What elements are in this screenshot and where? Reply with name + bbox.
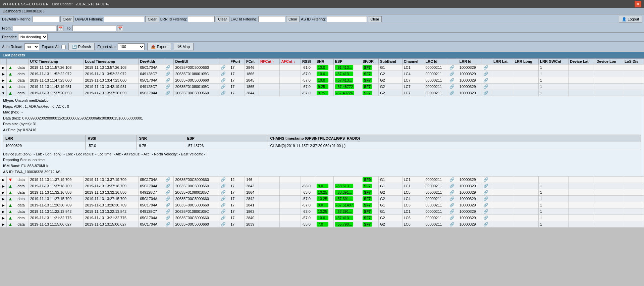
col-devaddr[interactable]: DevAddr bbox=[139, 59, 164, 64]
lrc-id-icon-cell[interactable]: 🔗 bbox=[448, 64, 458, 71]
devaddr-icon-cell[interactable]: 🔗 bbox=[164, 64, 174, 71]
lrc-id-link-icon[interactable]: 🔗 bbox=[449, 78, 454, 83]
expand-cell[interactable]: ▶ bbox=[0, 177, 7, 183]
lrc-id-link-icon[interactable]: 🔗 bbox=[449, 190, 454, 195]
auto-reload-select[interactable]: no 5s 10s 30s 60s bbox=[24, 43, 39, 50]
devEUI-icon-cell[interactable]: 🔗 bbox=[219, 183, 229, 189]
as-id-clear-button[interactable]: Clear bbox=[368, 16, 381, 22]
devaddr-icon-cell[interactable]: 🔗 bbox=[164, 215, 174, 221]
expand-cell[interactable]: ▶ bbox=[0, 64, 7, 71]
lrc-id-icon-cell[interactable]: 🔗 bbox=[448, 189, 458, 196]
devEUI-icon-cell[interactable]: 🔗 bbox=[219, 84, 229, 90]
col-afcnt[interactable]: AFCnt ↓ bbox=[280, 59, 301, 64]
lrr-id-icon-cell[interactable]: 🔗 bbox=[482, 90, 492, 96]
col-device-lon[interactable]: Device Lon bbox=[595, 59, 623, 64]
close-button[interactable]: ✕ bbox=[635, 1, 641, 7]
lrc-id-link-icon[interactable]: 🔗 bbox=[449, 184, 454, 188]
devaddr-icon-cell[interactable]: 🔗 bbox=[164, 71, 174, 77]
expand-icon[interactable]: ▶ bbox=[2, 223, 5, 226]
lrc-id-link-icon[interactable]: 🔗 bbox=[449, 209, 454, 214]
lrc-id-input[interactable] bbox=[258, 16, 285, 22]
lrr-id-clear-button[interactable]: Clear bbox=[216, 16, 229, 22]
lrr-id-link-icon[interactable]: 🔗 bbox=[483, 190, 488, 195]
lrr-id-icon-cell[interactable]: 🔗 bbox=[482, 84, 492, 90]
col-rssi[interactable]: RSSI bbox=[301, 59, 315, 64]
devaddr-icon-cell[interactable]: 🔗 bbox=[164, 183, 174, 189]
lrc-id-icon-cell[interactable]: 🔗 bbox=[448, 71, 458, 77]
decoder-select[interactable]: No decoding Cayenne Custom bbox=[18, 34, 48, 40]
expand-cell[interactable]: ▶ bbox=[0, 71, 7, 77]
lrc-id-link-icon[interactable]: 🔗 bbox=[449, 91, 454, 95]
devaddr-input[interactable] bbox=[33, 16, 59, 22]
devEUI-link-icon[interactable]: 🔗 bbox=[221, 196, 226, 201]
devEUI-clear-button[interactable]: Clear bbox=[145, 16, 159, 22]
expand-icon[interactable]: ▶ bbox=[2, 216, 5, 220]
devEUI-icon-cell[interactable]: 🔗 bbox=[219, 177, 229, 183]
devEUI-link-icon[interactable]: 🔗 bbox=[221, 84, 226, 89]
devaddr-link-icon[interactable]: 🔗 bbox=[165, 209, 170, 214]
lrr-id-input[interactable] bbox=[188, 16, 215, 22]
expand-icon[interactable]: ▶ bbox=[2, 178, 5, 182]
expand-cell[interactable]: ▶ bbox=[0, 221, 7, 228]
lrc-id-link-icon[interactable]: 🔗 bbox=[449, 84, 454, 89]
devaddr-link-icon[interactable]: 🔗 bbox=[165, 216, 170, 220]
lrc-id-icon-cell[interactable]: 🔗 bbox=[448, 177, 458, 183]
lrc-id-icon-cell[interactable]: 🔗 bbox=[448, 84, 458, 90]
expand-icon[interactable]: ▶ bbox=[2, 72, 5, 76]
lrc-id-icon-cell[interactable]: 🔗 bbox=[448, 221, 458, 228]
devEUI-link-icon[interactable]: 🔗 bbox=[221, 65, 226, 70]
expand-cell[interactable]: ▶ bbox=[0, 202, 7, 208]
col-lrr-long[interactable]: LRR Long bbox=[513, 59, 539, 64]
lrc-id-link-icon[interactable]: 🔗 bbox=[449, 177, 454, 182]
devEUI-icon-cell[interactable]: 🔗 bbox=[219, 208, 229, 215]
devEUI-icon-cell[interactable]: 🔗 bbox=[219, 215, 229, 221]
from-input[interactable] bbox=[13, 25, 56, 31]
devaddr-link-icon[interactable]: 🔗 bbox=[165, 190, 170, 195]
lrr-id-icon-cell[interactable]: 🔗 bbox=[482, 215, 492, 221]
devaddr-icon-cell[interactable]: 🔗 bbox=[164, 221, 174, 228]
lrr-id-link-icon[interactable]: 🔗 bbox=[483, 72, 488, 76]
col-nfcnt[interactable]: NFCnt ↑ bbox=[259, 59, 279, 64]
lrr-id-link-icon[interactable]: 🔗 bbox=[483, 184, 488, 188]
lrr-id-link-icon[interactable]: 🔗 bbox=[483, 216, 488, 220]
devaddr-icon-cell[interactable]: 🔗 bbox=[164, 196, 174, 202]
lrc-id-link-icon[interactable]: 🔗 bbox=[449, 72, 454, 76]
lrr-id-link-icon[interactable]: 🔗 bbox=[483, 203, 488, 207]
col-channel[interactable]: Channel bbox=[402, 59, 424, 64]
expand-cell[interactable]: ▶ bbox=[0, 84, 7, 90]
expand-cell[interactable]: ▶ bbox=[0, 77, 7, 84]
expand-icon[interactable]: ▶ bbox=[2, 79, 5, 82]
lrc-id-icon-cell[interactable]: 🔗 bbox=[448, 77, 458, 84]
devaddr-link-icon[interactable]: 🔗 bbox=[165, 177, 170, 182]
lrr-id-icon-cell[interactable]: 🔗 bbox=[482, 183, 492, 189]
lrr-id-link-icon[interactable]: 🔗 bbox=[483, 78, 488, 83]
lrr-id-icon-cell[interactable]: 🔗 bbox=[482, 202, 492, 208]
lrc-id-icon-cell[interactable]: 🔗 bbox=[448, 202, 458, 208]
expand-icon[interactable]: ▶ bbox=[2, 210, 5, 213]
col-devEUI[interactable]: DevEUI bbox=[174, 59, 219, 64]
devEUI-link-icon[interactable]: 🔗 bbox=[221, 190, 226, 195]
devEUI-link-icon[interactable]: 🔗 bbox=[221, 72, 226, 76]
devEUI-link-icon[interactable]: 🔗 bbox=[221, 209, 226, 214]
logout-button[interactable]: 👤 Logout bbox=[619, 16, 642, 22]
lrr-id-icon-cell[interactable]: 🔗 bbox=[482, 189, 492, 196]
lrc-id-link-icon[interactable]: 🔗 bbox=[449, 222, 454, 227]
lrr-id-icon-cell[interactable]: 🔗 bbox=[482, 64, 492, 71]
col-lrr-id[interactable]: LRR Id bbox=[458, 59, 482, 64]
col-utc-ts[interactable]: UTC Timestamp bbox=[29, 59, 84, 64]
lrc-id-icon-cell[interactable]: 🔗 bbox=[448, 208, 458, 215]
to-input[interactable] bbox=[72, 25, 116, 31]
lrc-id-link-icon[interactable]: 🔗 bbox=[449, 65, 454, 70]
devaddr-link-icon[interactable]: 🔗 bbox=[165, 84, 170, 89]
devEUI-link-icon[interactable]: 🔗 bbox=[221, 91, 226, 95]
lrr-id-icon-cell[interactable]: 🔗 bbox=[482, 221, 492, 228]
devEUI-icon-cell[interactable]: 🔗 bbox=[219, 77, 229, 84]
col-lrr-lat[interactable]: LRR Lat bbox=[492, 59, 513, 64]
as-id-input[interactable] bbox=[327, 16, 367, 22]
expand-icon[interactable]: ▶ bbox=[2, 184, 5, 188]
devaddr-clear-button[interactable]: Clear bbox=[60, 16, 74, 22]
devaddr-icon-cell[interactable]: 🔗 bbox=[164, 202, 174, 208]
col-fport[interactable]: FPort bbox=[229, 59, 245, 64]
lrc-id-icon-cell[interactable]: 🔗 bbox=[448, 215, 458, 221]
devEUI-link-icon[interactable]: 🔗 bbox=[221, 78, 226, 83]
